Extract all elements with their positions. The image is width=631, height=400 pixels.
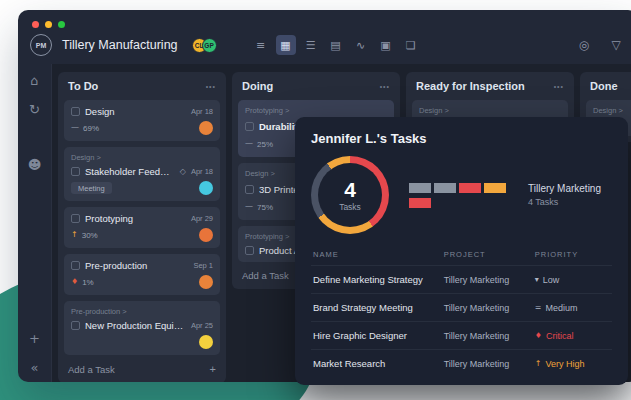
member-avatar[interactable]: GP [202,38,217,53]
bar-sub-segment [409,198,431,208]
column-menu-icon[interactable]: ••• [554,83,564,90]
close-button[interactable] [32,21,39,28]
task-priority: ♦ Critical [535,331,610,341]
board-view-icon[interactable]: ▦ [276,35,296,55]
calendar-view-icon[interactable]: ▣ [376,35,396,55]
task-progress: 69% [83,124,99,133]
progress-icon: — [245,203,253,211]
priority-critical-icon: ♦ [535,331,542,340]
priority-very-high-icon: ↑ [535,359,542,368]
minimize-button[interactable] [45,21,52,28]
task-card[interactable]: Pre-production Sep 1 ♦ 1% [64,254,220,295]
bar-segment [409,183,431,193]
task-checkbox[interactable] [71,107,80,116]
project-name: Tillery Marketing [528,183,601,194]
progress-icon: — [71,124,79,132]
task-progress: 25% [257,140,273,149]
column-title: Ready for Inspection [416,80,525,92]
bar-segment [484,183,506,193]
column-menu-icon[interactable]: ••• [380,83,390,90]
task-due-date: Apr 25 [191,321,213,330]
task-name: Hire Graphic Designer [313,330,444,341]
zoom-button[interactable] [58,21,65,28]
list-view-icon[interactable]: ☰ [301,35,321,55]
column-header-name: NAME [313,250,444,259]
assignee-avatar [199,275,213,289]
workspace-title: Tillery Manufacturing [62,38,178,52]
assignee-avatar [199,181,213,195]
progress-icon: — [245,140,253,148]
task-project: Tillery Marketing [444,359,535,369]
priority-medium-icon: = [535,303,542,312]
project-summary: Tillery Marketing 4 Tasks [528,183,601,207]
task-card[interactable]: Pre-production > New Production Equipmen… [64,301,220,355]
table-view-icon[interactable]: ▤ [326,35,346,55]
priority-label: Critical [546,331,574,341]
column-menu-icon[interactable]: ••• [206,83,216,90]
project-task-count: 4 Tasks [528,197,601,207]
task-title: Design [85,106,186,117]
document-view-icon[interactable]: ❏ [401,35,421,55]
sync-icon[interactable]: ↻ [29,103,40,116]
task-checkbox[interactable] [245,185,254,194]
team-icon[interactable]: ☻ [28,158,42,171]
task-count: 4 [344,179,356,200]
watch-icon[interactable]: ◎ [574,35,594,55]
task-title: Prototyping [85,213,186,224]
task-row[interactable]: Brand Strategy Meeting Tillery Marketing… [311,293,612,321]
workspace-logo[interactable]: PM [30,34,52,56]
priority-distribution-bar [409,183,506,208]
priority-label: Medium [545,303,577,313]
window-titlebar [18,10,631,28]
task-name: Market Research [313,358,444,369]
column-header-project: PROJECT [444,250,535,259]
task-progress: 75% [257,203,273,212]
assignee-avatar [199,335,213,349]
bar-segment [434,183,456,193]
bar-segment [459,183,481,193]
task-title: New Production Equipment [85,320,186,331]
task-checkbox[interactable] [71,214,80,223]
column-title: To Do [68,80,98,92]
popover-title: Jennifer L.'s Tasks [311,131,612,146]
home-icon[interactable]: ⌂ [30,74,38,87]
task-checkbox[interactable] [245,122,254,131]
task-checkbox[interactable] [71,321,80,330]
app-sidebar: ⌂ ↻ ☻ + « [18,64,52,382]
flame-icon: ♦ [71,278,78,286]
task-row[interactable]: Hire Graphic Designer Tillery Marketing … [311,321,612,349]
collapse-icon[interactable]: « [31,361,39,374]
menu-icon[interactable]: ≡ [251,35,271,55]
task-card[interactable]: Design Apr 18 — 69% [64,100,220,141]
task-name: Brand Strategy Meeting [313,302,444,313]
add-task-label: Add a Task [68,364,115,375]
task-project: Tillery Marketing [444,303,535,313]
task-row[interactable]: Define Marketing Strategy Tillery Market… [311,265,612,293]
task-title: Stakeholder Feedback [85,166,175,177]
task-priority: ↑ Very High [535,359,610,369]
app-header: PM Tillery Manufacturing CL GP ≡ ▦ ☰ ▤ ∿… [18,28,631,64]
task-due-date: Sep 1 [193,261,213,270]
filter-icon[interactable]: ▽ [606,35,626,55]
task-checkbox[interactable] [245,246,254,255]
table-header-row: NAME PROJECT PRIORITY [311,246,612,265]
add-task-button[interactable]: Add a Task + [64,355,220,377]
task-title: Pre-production [85,260,188,271]
assignee-avatar [199,228,213,242]
task-card[interactable]: Design > Stakeholder Feedback ◇ Apr 18 M… [64,147,220,201]
task-count-label: Tasks [339,202,361,212]
task-breadcrumb: Design > [419,106,561,115]
column-title: Done [590,80,618,92]
task-card[interactable]: Prototyping Apr 29 ↑ 30% [64,207,220,248]
header-actions: ◎ ▽ [574,35,626,55]
add-icon[interactable]: + [29,332,40,345]
task-progress: 1% [82,278,94,287]
timeline-view-icon[interactable]: ∿ [351,35,371,55]
task-checkbox[interactable] [71,167,80,176]
task-breadcrumb: Design > [593,106,631,115]
task-row[interactable]: Market Research Tillery Marketing ↑ Very… [311,349,612,377]
task-due-date: Apr 18 [191,107,213,116]
progress-icon: ↑ [71,231,78,239]
task-checkbox[interactable] [71,261,80,270]
column-title: Doing [242,80,273,92]
